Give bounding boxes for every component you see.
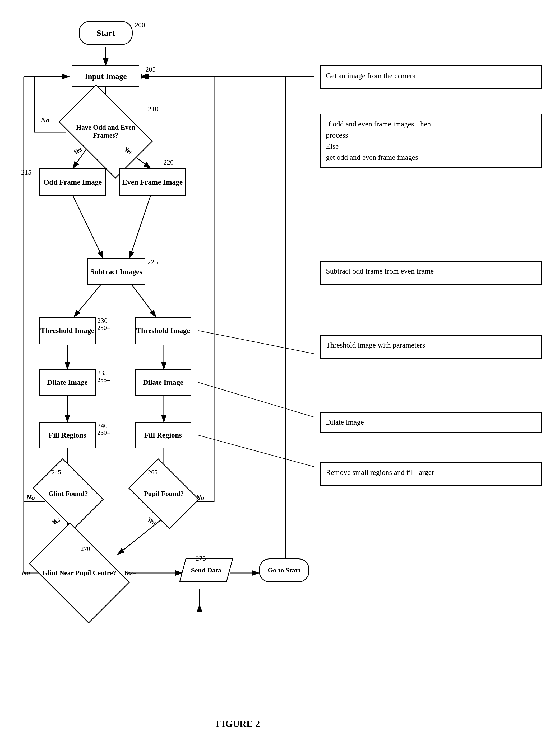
- threshold2-node: Threshold Image: [135, 317, 191, 344]
- label-240: 240: [97, 422, 108, 430]
- no-label-1: No: [41, 116, 49, 124]
- go-to-start-node: Go to Start: [259, 559, 309, 582]
- svg-line-38: [198, 331, 314, 354]
- glint-near-node: Glint Near Pupil Centre?: [37, 544, 122, 602]
- svg-line-12: [132, 285, 156, 317]
- input-image-node: Input Image: [69, 65, 142, 87]
- fill2-node: Fill Regions: [135, 422, 191, 448]
- label-200: 200: [135, 21, 145, 29]
- label-250: 250–: [97, 324, 110, 331]
- odd-frame-node: Odd Frame Image: [39, 169, 106, 196]
- label-205: 205: [145, 65, 156, 74]
- annotation-6: Remove small regions and fill larger: [320, 462, 542, 486]
- figure-caption: FIGURE 2: [159, 718, 317, 729]
- pupil-found-node: Pupil Found?: [135, 473, 193, 515]
- annotation-4: Threshold image with parameters: [320, 335, 542, 359]
- yes-label-glint: Yes: [50, 516, 61, 526]
- label-210: 210: [148, 105, 158, 113]
- annotation-2-text: If odd and even frame images Then proces…: [326, 119, 536, 163]
- annotation-1: Get an image from the camera: [320, 65, 542, 89]
- no-label-glint: No: [27, 494, 35, 502]
- even-frame-node: Even Frame Image: [119, 169, 186, 196]
- start-node: Start: [79, 21, 133, 45]
- svg-line-26: [118, 518, 164, 555]
- fill1-node: Fill Regions: [39, 422, 96, 448]
- glint-found-node: Glint Found?: [39, 473, 97, 515]
- yes-label-pupil: Yes: [146, 516, 157, 526]
- no-label-near: No: [22, 569, 30, 577]
- have-odd-even-node: Have Odd and Even Frames?: [66, 105, 146, 158]
- label-225: 225: [147, 258, 158, 266]
- send-data-node: Send Data: [182, 559, 230, 582]
- annotation-5: Dilate image: [320, 412, 542, 433]
- svg-line-11: [74, 285, 100, 317]
- dilate1-node: Dilate Image: [39, 369, 96, 395]
- label-220: 220: [163, 158, 174, 167]
- page: Start 200 Input Image 205 Have Odd and E…: [0, 0, 555, 756]
- subtract-node: Subtract Images: [87, 258, 145, 285]
- annotation-2: If odd and even frame images Then proces…: [320, 113, 542, 168]
- label-230: 230: [97, 317, 108, 325]
- svg-line-40: [198, 435, 314, 467]
- threshold1-node: Threshold Image: [39, 317, 96, 344]
- label-255: 255–: [97, 376, 110, 383]
- no-label-pupil: No: [196, 494, 205, 502]
- label-260: 260–: [97, 429, 110, 436]
- dilate2-node: Dilate Image: [135, 369, 191, 395]
- label-235: 235: [97, 369, 108, 377]
- label-215: 215: [21, 169, 32, 176]
- svg-line-9: [73, 195, 103, 258]
- svg-line-10: [129, 195, 151, 258]
- svg-line-39: [198, 382, 314, 417]
- yes-label-near: Yes–: [124, 569, 136, 577]
- annotation-3: Subtract odd frame from even frame: [320, 261, 542, 285]
